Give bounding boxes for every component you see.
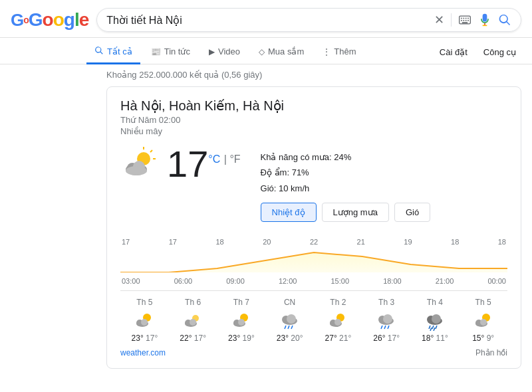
forecast-icon-0 [134,310,155,331]
tab-more[interactable]: ⋮ Thêm [315,41,364,64]
forecast-day-5: Th 3 26° 17° [362,298,411,343]
wind-button[interactable]: Gió [394,203,430,222]
card-footer: weather.com Phản hồi [120,348,507,357]
svg-point-60 [480,319,487,326]
forecast-icon-7 [473,310,494,331]
svg-rect-9 [462,22,467,23]
tab-video-label: Video [218,47,240,56]
svg-line-46 [381,326,382,329]
weather-main: 17 °C | °F Khả năng có mưa: 24% Độ ẩm: 7… [120,144,507,230]
forecast-icon-4 [327,310,348,331]
svg-line-56 [434,328,435,331]
keyboard-icon[interactable] [458,13,471,27]
nav-tabs: Tất cả 📰 Tin tức ▶ Video ◇ Mua sắm ⋮ Thê… [0,38,532,64]
weather-buttons: Nhiệt độ Lượng mưa Gió [261,203,507,222]
svg-point-35 [287,314,296,324]
chart-top-labels: 17 17 18 20 22 21 19 18 18 [120,238,507,246]
temp-button[interactable]: Nhiệt độ [261,203,317,222]
news-tab-icon: 📰 [151,47,161,56]
celsius-link[interactable]: °C [208,153,220,165]
daily-forecast: Th 5 23° 17° Th 6 22° 17° [120,290,507,343]
forecast-day-1: Th 6 22° 17° [169,298,217,343]
forecast-day-7: Th 5 15° 9° [459,298,507,343]
forecast-icon-5 [376,310,397,331]
svg-line-14 [150,150,152,152]
tab-more-label: Thêm [334,47,356,56]
forecast-icon-3 [279,310,301,331]
search-tab-icon [94,46,104,57]
forecast-icon-2 [231,310,252,331]
svg-line-37 [288,326,289,329]
logo-g: G [11,10,23,31]
svg-line-52 [429,326,430,329]
svg-line-55 [430,328,432,331]
forecast-day-6: Th 4 18° 11° [411,298,460,343]
svg-point-32 [238,319,245,326]
svg-rect-1 [461,18,462,19]
svg-point-51 [432,314,441,324]
temp-value-group: 17 °C | °F [167,146,241,183]
tab-shopping-label: Mua sắm [268,47,304,56]
weather-time: Thứ Năm 02:00 [120,115,507,125]
humidity: Độ ẩm: 71% [261,165,507,180]
video-tab-icon: ▶ [209,47,215,56]
google-logo[interactable]: Go Google [11,9,88,31]
svg-line-38 [291,326,293,329]
tab-video[interactable]: ▶ Video [201,41,248,64]
weather-details: Khả năng có mưa: 24% Độ ẩm: 71% Gió: 10 … [261,144,507,196]
rain-chance: Khả năng có mưa: 24% [261,149,507,165]
search-input[interactable] [106,14,428,26]
clear-icon[interactable]: ✕ [434,13,444,27]
svg-rect-7 [466,20,467,21]
feedback-link[interactable]: Phản hồi [475,348,507,357]
weather-details-section: Khả năng có mưa: 24% Độ ẩm: 71% Gió: 10 … [261,144,507,230]
tools-link[interactable]: Công cụ [478,43,521,61]
tab-news-label: Tin tức [164,47,190,56]
results-count: Khoảng 252.000.000 kết quả (0,56 giây) [0,64,532,84]
tab-news[interactable]: 📰 Tin tức [143,41,198,64]
svg-line-48 [388,326,389,329]
weather-icon [120,144,160,184]
tab-all[interactable]: Tất cả [86,41,140,64]
temp-chart: 17 17 18 20 22 21 19 18 18 [120,238,507,285]
forecast-day-0: Th 5 23° 17° [120,298,169,343]
temperature-display: 17 [167,146,208,183]
svg-rect-8 [467,20,469,21]
chart-area [120,247,507,274]
weather-location: Hà Nội, Hoàn Kiếm, Hà Nội [120,98,507,114]
svg-point-42 [334,319,341,326]
logo-dot1: o [23,15,29,25]
forecast-day-4: Th 2 27° 21° [314,298,362,343]
header: Go Google ✕ [0,0,532,38]
svg-line-47 [384,326,386,329]
chart-bottom-labels: 03:00 06:00 09:00 12:00 15:00 18:00 21:0… [120,277,507,285]
svg-rect-2 [464,18,465,19]
weather-temp-section: 17 °C | °F [120,144,241,184]
tab-all-label: Tất cả [107,47,132,56]
svg-marker-20 [120,252,507,272]
settings-link[interactable]: Cài đặt [434,43,473,61]
search-submit-icon[interactable] [498,13,511,27]
nav-right: Cài đặt Công cụ [434,43,521,61]
svg-rect-5 [461,20,462,21]
temp-units: °C | °F [208,151,240,166]
forecast-icon-1 [182,310,203,331]
svg-rect-4 [467,18,469,19]
svg-rect-6 [464,20,465,21]
shopping-tab-icon: ◇ [259,47,265,56]
svg-line-36 [285,326,286,329]
tab-shopping[interactable]: ◇ Mua sắm [251,41,312,64]
forecast-day-3: CN 23° 20° [265,298,314,343]
forecast-icon-6 [424,310,446,331]
rain-button[interactable]: Lượng mưa [322,203,389,222]
svg-rect-11 [483,25,487,27]
more-tab-icon: ⋮ [323,47,331,56]
weather-source[interactable]: weather.com [120,348,166,357]
svg-line-53 [432,326,434,329]
svg-point-45 [383,314,392,324]
search-icons: ✕ [434,13,511,27]
search-bar[interactable]: ✕ [96,8,521,32]
fahrenheit-link[interactable]: °F [229,153,240,165]
svg-rect-3 [466,18,467,19]
mic-icon[interactable] [478,13,491,27]
